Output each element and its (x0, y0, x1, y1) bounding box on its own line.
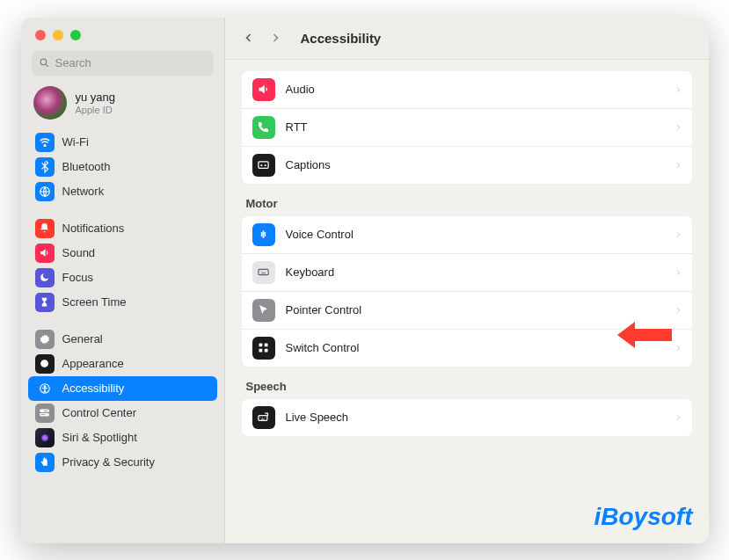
row-label: Pointer Control (286, 303, 664, 316)
svg-point-0 (40, 59, 47, 65)
watermark: iBoysoft (594, 503, 693, 531)
sidebar-item-label: Siri & Spotlight (62, 431, 137, 444)
chevron-right-icon (674, 267, 682, 278)
speaker-icon (252, 78, 275, 101)
chevron-right-icon (674, 229, 682, 240)
sidebar-item-focus[interactable]: Focus (28, 265, 217, 290)
row-label: RTT (286, 120, 664, 134)
sidebar-item-sound[interactable]: Sound (28, 241, 217, 265)
sidebar-item-label: Control Center (62, 406, 137, 419)
search-input[interactable] (55, 56, 207, 69)
sidebar-scroll[interactable]: Wi-Fi Bluetooth Network Notifications (21, 128, 224, 543)
header: Accessibility (225, 18, 709, 60)
svg-rect-17 (259, 349, 263, 353)
row-rtt[interactable]: RTT (242, 108, 692, 146)
gear-icon (35, 330, 55, 349)
apple-id-row[interactable]: yu yang Apple ID (21, 84, 224, 128)
speech-group-card: Live Speech (241, 398, 693, 437)
svg-rect-16 (265, 344, 268, 347)
chevron-right-icon (674, 122, 682, 133)
window-controls (21, 18, 224, 49)
row-label: Keyboard (286, 265, 664, 279)
captions-icon (252, 154, 275, 177)
row-label: Live Speech (286, 411, 664, 424)
row-audio[interactable]: Audio (242, 71, 692, 108)
hand-icon (35, 453, 55, 472)
sidebar: yu yang Apple ID Wi-Fi Bluetooth (21, 18, 225, 543)
chevron-right-icon (674, 160, 682, 171)
sidebar-item-appearance[interactable]: Appearance (28, 352, 217, 376)
chevron-right-icon (674, 343, 682, 353)
minimize-window-button[interactable] (53, 30, 63, 40)
sidebar-item-bluetooth[interactable]: Bluetooth (28, 155, 217, 179)
row-label: Voice Control (286, 228, 664, 241)
row-live-speech[interactable]: Live Speech (242, 399, 692, 436)
svg-rect-15 (259, 344, 263, 347)
close-window-button[interactable] (35, 30, 46, 40)
sidebar-item-label: Accessibility (62, 382, 125, 395)
sidebar-item-network[interactable]: Network (28, 179, 217, 204)
sidebar-item-label: Notifications (62, 222, 125, 235)
svg-point-12 (40, 433, 48, 441)
back-button[interactable] (237, 26, 260, 49)
chevron-right-icon (674, 412, 682, 423)
svg-point-11 (46, 414, 47, 416)
toggles-icon (35, 404, 55, 423)
sidebar-item-notifications[interactable]: Notifications (28, 216, 217, 241)
sidebar-item-screen-time[interactable]: Screen Time (28, 290, 217, 315)
speaker-icon (35, 244, 55, 263)
sidebar-item-general[interactable]: General (28, 327, 217, 352)
row-label: Audio (286, 83, 664, 96)
chevron-right-icon (674, 84, 682, 95)
page-title: Accessibility (301, 31, 382, 46)
sidebar-item-label: Focus (62, 271, 93, 284)
chevron-right-icon (674, 305, 682, 316)
accessibility-icon (35, 379, 55, 398)
settings-window: yu yang Apple ID Wi-Fi Bluetooth (21, 18, 709, 543)
cursor-icon (252, 299, 275, 322)
content-scroll[interactable]: Audio RTT Captions (225, 60, 709, 543)
row-keyboard[interactable]: Keyboard (242, 253, 692, 291)
zoom-window-button[interactable] (70, 30, 81, 40)
forward-button[interactable] (264, 26, 287, 49)
keyboard-bubble-icon (252, 406, 275, 429)
sidebar-item-label: Bluetooth (62, 160, 111, 173)
keyboard-icon (252, 261, 275, 284)
row-label: Switch Control (286, 341, 664, 354)
sidebar-item-label: Privacy & Security (62, 455, 155, 469)
appearance-icon (35, 354, 55, 374)
row-captions[interactable]: Captions (242, 146, 692, 184)
sidebar-item-label: Sound (62, 246, 96, 259)
row-switch-control[interactable]: Switch Control (242, 329, 692, 367)
svg-point-7 (44, 385, 46, 387)
sidebar-item-wifi[interactable]: Wi-Fi (28, 130, 217, 155)
hourglass-icon (35, 293, 55, 312)
bell-icon (35, 219, 55, 238)
bluetooth-icon (35, 157, 55, 177)
svg-line-1 (46, 64, 48, 67)
globe-icon (35, 182, 55, 201)
main-pane: Accessibility Audio RTT (225, 18, 709, 543)
user-subtitle: Apple ID (76, 105, 116, 115)
moon-icon (35, 268, 55, 287)
grid-icon (252, 337, 275, 360)
search-field[interactable] (32, 51, 214, 76)
sidebar-item-control-center[interactable]: Control Center (28, 401, 217, 425)
sidebar-item-privacy[interactable]: Privacy & Security (28, 450, 217, 475)
row-label: Captions (286, 158, 664, 171)
search-icon (39, 57, 50, 69)
sidebar-item-siri[interactable]: Siri & Spotlight (28, 425, 217, 450)
sidebar-item-label: Screen Time (62, 295, 127, 309)
svg-rect-14 (259, 269, 268, 274)
voice-icon (252, 223, 275, 246)
svg-rect-13 (259, 162, 268, 169)
sidebar-item-accessibility[interactable]: Accessibility (28, 376, 217, 401)
sidebar-item-label: Wi-Fi (62, 135, 89, 149)
svg-rect-18 (265, 349, 268, 353)
svg-point-10 (42, 411, 44, 412)
row-pointer-control[interactable]: Pointer Control (242, 291, 692, 329)
hearing-group-card: Audio RTT Captions (241, 70, 693, 185)
sidebar-item-label: Network (62, 185, 105, 198)
row-voice-control[interactable]: Voice Control (242, 216, 692, 253)
user-name: yu yang (76, 91, 116, 104)
